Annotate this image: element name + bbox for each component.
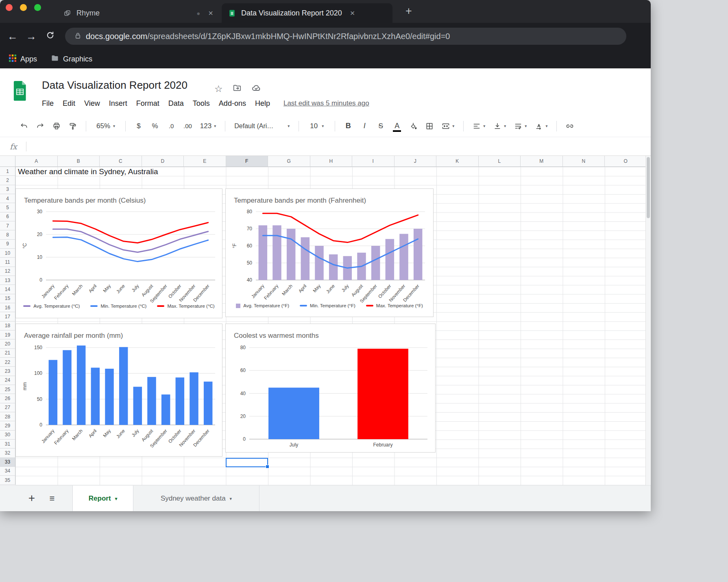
font-select[interactable]: Default (Ari…▾ xyxy=(231,119,292,133)
row-header-20[interactable]: 20 xyxy=(0,339,15,348)
redo-button[interactable] xyxy=(33,119,47,133)
address-bar[interactable]: docs.google.com/spreadsheets/d/1Z6pKJBxw… xyxy=(65,28,626,45)
sheet-tab-sydney-weather-data[interactable]: Sydney weather data ▾ xyxy=(133,486,259,511)
row-header-16[interactable]: 16 xyxy=(0,303,15,312)
row-header-34[interactable]: 34 xyxy=(0,467,15,476)
star-button[interactable]: ☆ xyxy=(214,84,223,94)
row-header-32[interactable]: 32 xyxy=(0,449,15,457)
column-header-K[interactable]: K xyxy=(436,156,479,166)
window-minimize-button[interactable] xyxy=(20,4,27,11)
number-format-button[interactable]: 123▾ xyxy=(197,119,219,133)
column-header-E[interactable]: E xyxy=(184,156,226,166)
browser-tab-rhyme[interactable]: Rhyme ● × xyxy=(57,3,220,23)
row-header-6[interactable]: 6 xyxy=(0,212,15,221)
chart-average-rainfall[interactable]: 050100150JanuaryFebruaryMarchAprilMayJun… xyxy=(15,324,222,457)
row-header-35[interactable]: 35 xyxy=(0,476,15,485)
move-folder-button[interactable] xyxy=(233,83,242,94)
row-header-14[interactable]: 14 xyxy=(0,285,15,294)
document-title[interactable]: Data Visualization Report 2020 xyxy=(42,79,187,92)
window-zoom-button[interactable] xyxy=(34,4,41,11)
row-header-29[interactable]: 29 xyxy=(0,421,15,430)
menu-view[interactable]: View xyxy=(80,98,105,109)
column-header-F[interactable]: F xyxy=(226,156,268,166)
google-sheets-logo[interactable] xyxy=(12,81,28,103)
insert-link-button[interactable] xyxy=(563,119,577,133)
row-header-28[interactable]: 28 xyxy=(0,412,15,421)
window-close-button[interactable] xyxy=(6,4,13,11)
row-header-2[interactable]: 2 xyxy=(0,176,15,185)
font-size-select[interactable]: 10▾ xyxy=(305,119,329,133)
row-header-31[interactable]: 31 xyxy=(0,440,15,449)
select-all-corner[interactable] xyxy=(0,156,15,167)
reload-button[interactable] xyxy=(41,30,59,43)
column-header-I[interactable]: I xyxy=(352,156,395,166)
row-header-23[interactable]: 23 xyxy=(0,367,15,376)
add-sheet-button[interactable]: + xyxy=(24,486,39,511)
menu-file[interactable]: File xyxy=(37,98,58,109)
row-header-25[interactable]: 25 xyxy=(0,385,15,394)
row-header-10[interactable]: 10 xyxy=(0,249,15,258)
row-header-4[interactable]: 4 xyxy=(0,194,15,203)
paint-format-button[interactable] xyxy=(66,119,80,133)
print-button[interactable] xyxy=(50,119,63,133)
tab-close-icon[interactable]: × xyxy=(350,9,355,17)
all-sheets-button[interactable]: ≡ xyxy=(44,486,60,511)
row-header-30[interactable]: 30 xyxy=(0,431,15,440)
fill-color-button[interactable] xyxy=(406,119,420,133)
bold-button[interactable]: B xyxy=(341,119,355,133)
row-header-19[interactable]: 19 xyxy=(0,330,15,339)
row-header-11[interactable]: 11 xyxy=(0,258,15,267)
row-header-21[interactable]: 21 xyxy=(0,349,15,358)
column-header-C[interactable]: C xyxy=(100,156,142,166)
italic-button[interactable]: I xyxy=(357,119,371,133)
back-button[interactable]: ← xyxy=(3,30,22,43)
borders-button[interactable] xyxy=(423,119,436,133)
increase-decimal-button[interactable]: .00 xyxy=(181,119,195,133)
text-wrap-button[interactable]: ▾ xyxy=(511,119,530,133)
column-header-L[interactable]: L xyxy=(479,156,521,166)
row-header-7[interactable]: 7 xyxy=(0,221,15,230)
menu-format[interactable]: Format xyxy=(132,98,164,109)
text-color-button[interactable]: A xyxy=(390,119,404,133)
column-header-O[interactable]: O xyxy=(605,156,647,166)
vertical-align-button[interactable]: ▾ xyxy=(490,119,509,133)
column-header-N[interactable]: N xyxy=(563,156,605,166)
bookmark-graphics-folder[interactable]: Graphics xyxy=(51,54,92,64)
row-header-3[interactable]: 3 xyxy=(0,185,15,194)
horizontal-align-button[interactable]: ▾ xyxy=(470,119,488,133)
column-header-M[interactable]: M xyxy=(521,156,563,166)
row-header-18[interactable]: 18 xyxy=(0,322,15,330)
row-header-26[interactable]: 26 xyxy=(0,394,15,403)
chart-temperature-celsius[interactable]: 0102030JanuaryFebruaryMarchAprilMayJuneJ… xyxy=(15,188,222,318)
percent-format-button[interactable]: % xyxy=(148,119,162,133)
menu-data[interactable]: Data xyxy=(164,98,188,109)
menu-tools[interactable]: Tools xyxy=(188,98,214,109)
column-header-A[interactable]: A xyxy=(15,156,58,166)
strikethrough-button[interactable]: S xyxy=(374,119,388,133)
row-header-5[interactable]: 5 xyxy=(0,203,15,212)
browser-tab-sheets[interactable]: Data Visualization Report 2020 × xyxy=(222,3,392,23)
column-header-H[interactable]: H xyxy=(310,156,353,166)
chart-coolest-vs-warmest[interactable]: 020406080JulyFebruaryCoolest vs warmest … xyxy=(225,324,436,453)
row-header-33[interactable]: 33 xyxy=(0,458,15,467)
column-header-B[interactable]: B xyxy=(58,156,100,166)
menu-add-ons[interactable]: Add-ons xyxy=(214,98,251,109)
row-header-17[interactable]: 17 xyxy=(0,312,15,321)
decrease-decimal-button[interactable]: .0 xyxy=(164,119,178,133)
column-header-J[interactable]: J xyxy=(395,156,437,166)
row-header-15[interactable]: 15 xyxy=(0,294,15,303)
merge-cells-button[interactable]: ▾ xyxy=(439,119,457,133)
vertical-scrollbar[interactable] xyxy=(645,156,650,485)
column-header-D[interactable]: D xyxy=(142,156,184,166)
row-header-27[interactable]: 27 xyxy=(0,403,15,412)
row-header-22[interactable]: 22 xyxy=(0,358,15,367)
zoom-select[interactable]: 65%▾ xyxy=(92,119,119,133)
currency-format-button[interactable]: $ xyxy=(132,119,146,133)
menu-edit[interactable]: Edit xyxy=(58,98,80,109)
bookmark-apps[interactable]: Apps xyxy=(9,55,37,64)
row-header-13[interactable]: 13 xyxy=(0,276,15,285)
menu-help[interactable]: Help xyxy=(251,98,275,109)
tab-close-icon[interactable]: × xyxy=(208,9,213,17)
text-rotation-button[interactable]: ▾ xyxy=(532,119,550,133)
row-header-24[interactable]: 24 xyxy=(0,376,15,385)
